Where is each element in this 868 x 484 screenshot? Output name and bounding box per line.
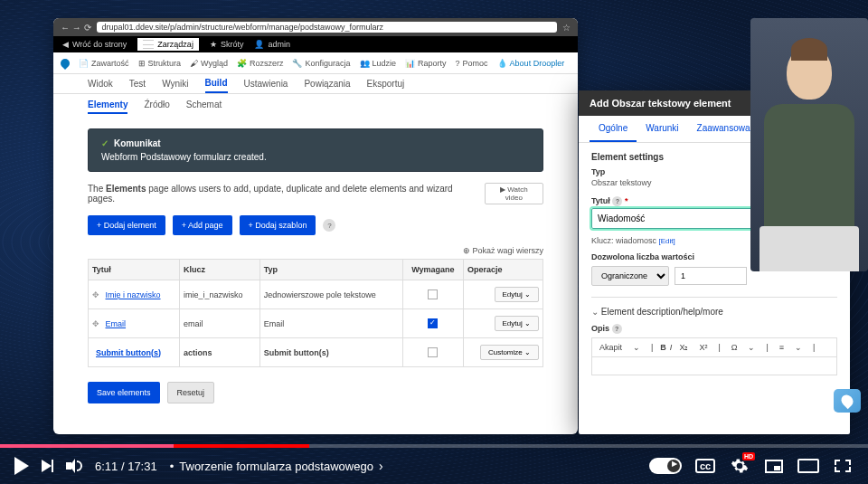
browser-chrome: ← → ⟳ drupal01.ddev.site/p/admin/structu… — [53, 18, 578, 36]
toolbar-item-about[interactable]: 💧 About Droopler — [497, 59, 565, 68]
bookmark-star-icon[interactable]: ☆ — [562, 23, 571, 33]
secondary-tabs: Elementy Źródło Schemat — [53, 94, 578, 119]
required-checkbox[interactable] — [428, 289, 438, 299]
chevron-right-icon: › — [379, 459, 383, 473]
tab-build[interactable]: Build — [205, 74, 228, 93]
url-bar[interactable]: drupal01.ddev.site/p/admin/structure/web… — [97, 22, 557, 33]
row-key: email — [180, 309, 260, 338]
presenter-webcam — [750, 18, 868, 271]
primary-tabs: Widok Test Wyniki Build Ustawienia Powią… — [53, 74, 578, 94]
watch-video-button[interactable]: ▶ Watch video — [485, 183, 543, 204]
add-page-button[interactable]: + Add page — [173, 215, 232, 235]
autoplay-toggle[interactable] — [649, 458, 682, 474]
table-row: Submit button(s) actions Submit button(s… — [89, 338, 543, 367]
miniplayer-button[interactable] — [763, 455, 785, 477]
channel-logo-icon — [834, 389, 861, 413]
th-operations: Operacje — [463, 260, 542, 280]
subtab-elements[interactable]: Elementy — [88, 100, 127, 114]
allowed-values-number[interactable] — [675, 267, 747, 285]
next-button[interactable] — [42, 460, 53, 472]
row-type: Submit button(s) — [259, 338, 402, 367]
drag-handle-icon[interactable]: ✥ — [92, 319, 99, 328]
shared-screen: ← → ⟳ drupal01.ddev.site/p/admin/structu… — [53, 18, 578, 434]
row-key: actions — [180, 338, 260, 367]
hamburger-icon — [143, 40, 154, 49]
toolbar-item-appearance[interactable]: 🖌 Wygląd — [190, 59, 228, 68]
subtab-schema[interactable]: Schemat — [186, 100, 222, 114]
row-operation-button[interactable]: Edytuj — [495, 316, 539, 331]
toolbar-item-reports[interactable]: 📊 Raporty — [405, 59, 447, 68]
opis-label: Opis ? — [591, 324, 837, 334]
tab-results[interactable]: Wyniki — [162, 75, 188, 92]
row-title[interactable]: Email — [106, 319, 127, 328]
volume-button[interactable] — [66, 458, 82, 474]
add-element-button[interactable]: + Dodaj element — [88, 215, 165, 235]
tab-settings[interactable]: Ustawienia — [244, 75, 288, 92]
required-checkbox[interactable] — [428, 347, 438, 357]
manage-toggle[interactable]: Zarządzaj — [137, 38, 199, 51]
toolbar-item-config[interactable]: 🔧 Konfiguracja — [292, 59, 350, 68]
shortcuts-link[interactable]: ★ Skróty — [210, 40, 244, 49]
th-title: Tytuł — [89, 260, 180, 280]
row-title[interactable]: Submit button(s) — [96, 348, 161, 357]
rich-text-area[interactable] — [591, 357, 837, 375]
row-operation-button[interactable]: Edytuj — [495, 287, 539, 302]
fullscreen-button[interactable] — [832, 455, 854, 477]
add-template-button[interactable]: + Dodaj szablon — [240, 215, 316, 235]
drag-handle-icon[interactable]: ✥ — [92, 290, 99, 299]
toolbar-item-content[interactable]: 📄 Zawartość — [79, 59, 129, 68]
elements-table: Tytuł Klucz Typ Wymagane Operacje ✥ Imię… — [88, 259, 543, 367]
save-elements-button[interactable]: Save elements — [88, 382, 160, 403]
chapter-button[interactable]: • Tworzenie formularza podstawowego › — [170, 459, 383, 473]
dialog-tab-general[interactable]: Ogólne — [590, 116, 637, 142]
required-checkbox[interactable] — [428, 318, 438, 328]
rich-text-toolbar[interactable]: Akapit⌄| BIX₂X²|Ω⌄|≡⌄| — [591, 337, 837, 357]
th-key: Klucz — [180, 260, 260, 280]
row-type: Email — [259, 309, 402, 338]
admin-user-link[interactable]: 👤 admin — [254, 40, 290, 49]
dialog-tab-conditions[interactable]: Warunki — [637, 116, 687, 142]
table-row: ✥ Imię i nazwisko imie_i_nazwisko Jednow… — [89, 280, 543, 309]
check-icon: ✓ — [101, 138, 108, 148]
toolbar-item-structure[interactable]: ⊞ Struktura — [138, 59, 182, 68]
hd-badge: HD — [742, 452, 755, 460]
help-icon[interactable]: ? — [612, 196, 622, 206]
th-required: Wymagane — [402, 260, 463, 280]
drupal-toolbar: 📄 Zawartość ⊞ Struktura 🖌 Wygląd 🧩 Rozsz… — [53, 52, 578, 74]
tab-view[interactable]: Widok — [88, 75, 113, 92]
back-to-site-link[interactable]: ◀ Wróć do strony — [62, 40, 127, 49]
row-operation-button[interactable]: Customize — [480, 345, 539, 360]
help-icon[interactable]: ? — [612, 324, 622, 334]
show-row-weights-link[interactable]: ⊕ Pokaż wagi wierszy — [88, 246, 543, 255]
tab-references[interactable]: Powiązania — [304, 75, 350, 92]
admin-toolbar: ◀ Wróć do strony Zarządzaj ★ Skróty 👤 ad… — [53, 36, 578, 52]
settings-button[interactable]: HD — [729, 457, 750, 475]
row-type: Jednowierszowe pole tekstowe — [259, 280, 402, 309]
toolbar-item-people[interactable]: 👥 Ludzie — [360, 59, 397, 68]
status-message: ✓Komunikat Webform Podstawowy formularz … — [88, 128, 543, 172]
row-title[interactable]: Imię i nazwisko — [106, 290, 161, 299]
description-accordion[interactable]: Element description/help/more — [591, 297, 837, 317]
toolbar-item-extend[interactable]: 🧩 Rozszerz — [237, 59, 284, 68]
key-edit-link[interactable]: [Edit] — [659, 237, 675, 245]
row-key: imie_i_nazwisko — [180, 280, 260, 309]
subtab-source[interactable]: Źródło — [144, 100, 169, 114]
help-icon[interactable]: ? — [323, 219, 335, 232]
tab-test[interactable]: Test — [129, 75, 146, 92]
table-row: ✥ Email email Email Edytuj — [89, 309, 543, 338]
theater-mode-button[interactable] — [797, 455, 819, 477]
th-type: Typ — [259, 260, 402, 280]
nav-arrows[interactable]: ← → ⟳ — [61, 23, 91, 33]
play-button[interactable] — [14, 457, 29, 475]
player-controls: 6:11 / 17:31 • Tworzenie formularza pods… — [0, 448, 868, 484]
tab-export[interactable]: Eksportuj — [367, 75, 405, 92]
allowed-values-select[interactable]: Ograniczone — [591, 266, 669, 286]
drupal-logo-icon[interactable] — [59, 56, 71, 69]
page-description: The Elements page allows users to add, u… — [88, 183, 543, 204]
reset-button[interactable]: Resetuj — [167, 382, 215, 403]
toolbar-item-help[interactable]: ? Pomoc — [456, 59, 488, 68]
captions-button[interactable]: cc — [694, 455, 716, 477]
time-display: 6:11 / 17:31 — [95, 460, 157, 473]
